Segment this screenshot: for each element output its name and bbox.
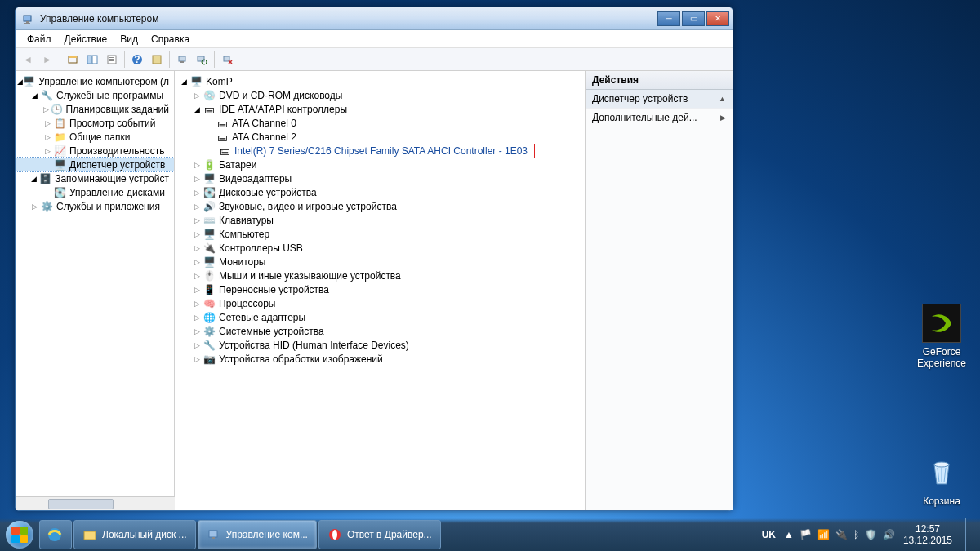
svg-rect-15: [179, 56, 185, 61]
desktop-icon-recycle-bin[interactable]: Корзина: [913, 453, 970, 507]
forward-button[interactable]: ►: [38, 51, 56, 69]
device-category[interactable]: ▷🔊Звуковые, видео и игровые устройства: [175, 199, 585, 213]
tray-network-icon[interactable]: 📶: [817, 529, 830, 540]
device-category[interactable]: ▷🔋Батареи: [175, 158, 585, 171]
scrollbar-thumb[interactable]: [48, 499, 114, 509]
ide-controller-icon: 🖴: [216, 131, 229, 144]
svg-rect-2: [26, 21, 29, 23]
taskbar-item-compmgmt[interactable]: Управление ком...: [198, 520, 317, 549]
enable-device-button[interactable]: [218, 51, 236, 69]
taskbar-item-opera[interactable]: Ответ в Драйвер...: [318, 520, 441, 549]
dvd-icon: 💿: [203, 89, 216, 102]
tree-item-device-manager[interactable]: 🖥️Диспетчер устройств: [16, 158, 174, 171]
menu-file[interactable]: Файл: [22, 32, 56, 47]
taskbar-clock[interactable]: 12:57 13.12.2015: [903, 523, 952, 547]
device-category-icon: 🔌: [203, 242, 216, 255]
tools-icon: 🔧: [40, 89, 53, 102]
device-category-icon: 🖥️: [203, 172, 216, 185]
tray-bluetooth-icon[interactable]: ᛒ: [853, 529, 859, 540]
titlebar[interactable]: Управление компьютером ─ ▭ ✕: [16, 7, 733, 30]
svg-rect-3: [24, 23, 30, 24]
back-button[interactable]: ◄: [19, 51, 37, 69]
device-view-button[interactable]: [173, 51, 191, 69]
actions-row-more[interactable]: Дополнительные дей...▶: [586, 109, 733, 127]
minimize-button[interactable]: ─: [657, 11, 680, 26]
svg-rect-7: [92, 56, 97, 64]
storage-icon: 🗄️: [39, 172, 51, 185]
taskbar: Локальный диск ... Управление ком... Отв…: [0, 518, 980, 551]
device-category[interactable]: ▷⌨️Клавиатуры: [175, 213, 585, 227]
device-category[interactable]: ▷🖱️Мыши и иные указывающие устройства: [175, 269, 585, 282]
shared-folders-icon: 📁: [53, 131, 66, 144]
device-category[interactable]: ▷🧠Процессоры: [175, 296, 585, 310]
actions-row-device-manager[interactable]: Диспетчер устройств▲: [586, 90, 733, 109]
device-item-ata-channel[interactable]: 🖴ATA Channel 2: [175, 130, 585, 144]
tray-volume-icon[interactable]: 🔊: [883, 529, 895, 540]
device-root[interactable]: ◢🖥️KomP: [175, 74, 585, 88]
tree-item-shared-folders[interactable]: ▷📁Общие папки: [16, 130, 174, 144]
svg-rect-5: [69, 56, 77, 58]
tree-branch-storage[interactable]: ◢🗄️Запоминающие устройст: [16, 171, 174, 185]
svg-text:?: ?: [134, 54, 140, 65]
tree-branch-services[interactable]: ▷⚙️Службы и приложения: [16, 199, 174, 213]
svg-rect-1: [24, 16, 31, 21]
show-hide-tree-button[interactable]: [83, 51, 101, 69]
desktop-icon-nvidia[interactable]: GeForce Experience: [913, 304, 970, 369]
tray-icons[interactable]: ▲ 🏳️ 📶 🔌 ᛒ 🛡️ 🔊: [784, 529, 895, 540]
horizontal-scrollbar[interactable]: [16, 496, 175, 510]
device-category[interactable]: ▷🖥️Видеоадаптеры: [175, 171, 585, 185]
ide-controller-icon: 🖴: [203, 103, 216, 116]
device-category[interactable]: ▷⚙️Системные устройства: [175, 324, 585, 338]
device-item-ata-channel[interactable]: 🖴ATA Channel 0: [175, 116, 585, 130]
device-category[interactable]: ▷📱Переносные устройства: [175, 282, 585, 296]
ide-controller-icon: 🖴: [218, 144, 231, 158]
tree-item-disk-management[interactable]: 💽Управление дисками: [16, 185, 174, 199]
tree-item-event-viewer[interactable]: ▷📋Просмотр событий: [16, 116, 174, 130]
tray-safely-remove-icon[interactable]: 🔌: [835, 529, 848, 540]
menu-view[interactable]: Вид: [115, 32, 143, 47]
language-indicator[interactable]: UK: [762, 529, 776, 540]
svg-point-25: [332, 530, 337, 540]
maximize-button[interactable]: ▭: [682, 11, 705, 26]
device-category[interactable]: ▷🌐Сетевые адаптеры: [175, 310, 585, 324]
tree-item-performance[interactable]: ▷📈Производительность: [16, 144, 174, 158]
close-button[interactable]: ✕: [706, 11, 729, 26]
device-category[interactable]: ▷🖥️Мониторы: [175, 255, 585, 269]
device-category[interactable]: ▷🔌Контроллеры USB: [175, 241, 585, 255]
expand-icon: ▶: [720, 113, 726, 122]
up-button[interactable]: [64, 51, 82, 69]
show-desktop-button[interactable]: [965, 518, 975, 551]
actions-pane: Действия Диспетчер устройств▲ Дополнител…: [586, 71, 733, 510]
svg-rect-9: [109, 57, 114, 58]
device-category-icon: ⚙️: [203, 325, 216, 338]
properties-button[interactable]: [103, 51, 121, 69]
navigation-tree[interactable]: ◢🖥️Управление компьютером (л ◢🔧Служебные…: [16, 71, 175, 510]
device-category[interactable]: ▷💽Дисковые устройства: [175, 185, 585, 199]
device-manager-tree[interactable]: ◢🖥️KomP ▷💿DVD и CD-ROM дисководы ◢🖴IDE A…: [175, 71, 586, 510]
action-button[interactable]: [148, 51, 166, 69]
tree-branch-system-tools[interactable]: ◢🔧Служебные программы: [16, 88, 174, 102]
svg-rect-17: [198, 56, 204, 61]
tray-chevron-icon[interactable]: ▲: [784, 529, 794, 540]
scan-hardware-button[interactable]: [193, 51, 211, 69]
device-item-highlighted[interactable]: 🖴 Intel(R) 7 Series/C216 Chipset Family …: [175, 144, 585, 158]
device-category-ide[interactable]: ◢🖴IDE ATA/ATAPI контроллеры: [175, 102, 585, 116]
svg-rect-10: [109, 59, 114, 60]
device-category[interactable]: ▷🔧Устройства HID (Human Interface Device…: [175, 338, 585, 352]
menu-action[interactable]: Действие: [60, 32, 113, 47]
taskbar-pinned-ie[interactable]: [39, 520, 72, 549]
menu-help[interactable]: Справка: [146, 32, 194, 47]
device-category-dvd[interactable]: ▷💿DVD и CD-ROM дисководы: [175, 88, 585, 102]
device-category[interactable]: ▷📷Устройства обработки изображений: [175, 352, 585, 366]
svg-rect-11: [109, 60, 114, 61]
tree-root[interactable]: ◢🖥️Управление компьютером (л: [16, 74, 174, 88]
taskbar-item-explorer[interactable]: Локальный диск ...: [74, 520, 196, 549]
tree-item-task-scheduler[interactable]: ▷🕒Планировщик заданий: [16, 102, 174, 116]
system-tray: UK ▲ 🏳️ 📶 🔌 ᛒ 🛡️ 🔊 12:57 13.12.2015: [762, 518, 977, 551]
device-category[interactable]: ▷🖥️Компьютер: [175, 227, 585, 241]
start-button[interactable]: [3, 518, 36, 551]
svg-rect-6: [87, 56, 91, 64]
tray-antivirus-icon[interactable]: 🛡️: [865, 529, 877, 540]
help-button[interactable]: ?: [128, 51, 146, 69]
tray-flag-icon[interactable]: 🏳️: [800, 529, 812, 540]
